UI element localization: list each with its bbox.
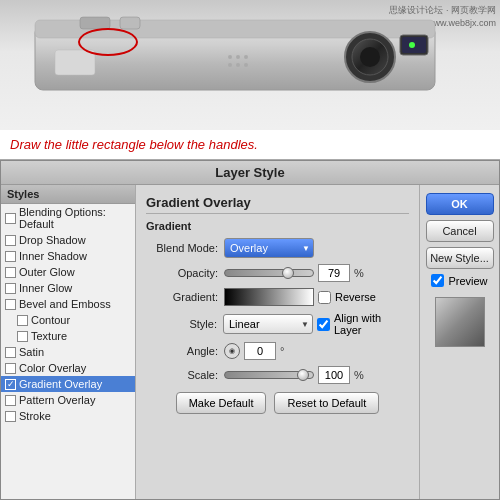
style-item-color-overlay[interactable]: Color Overlay [1,360,135,376]
main-settings-panel: Gradient Overlay Gradient Blend Mode: Ov… [136,185,419,499]
svg-point-9 [409,42,415,48]
align-layer-checkbox[interactable] [317,318,330,331]
blend-mode-dropdown[interactable]: Overlay [224,238,314,258]
gradient-preview[interactable] [224,288,314,306]
opacity-thumb[interactable] [282,267,294,279]
align-layer-label: Align with Layer [334,312,409,336]
style-checkbox-drop-shadow[interactable] [5,235,16,246]
opacity-slider[interactable] [224,269,314,277]
scale-unit: % [354,369,364,381]
instruction-text: Draw the little rectangle below the hand… [10,137,258,152]
svg-point-11 [228,55,232,59]
scale-slider[interactable] [224,371,314,379]
style-checkbox-gradient-overlay[interactable]: ✓ [5,379,16,390]
style-checkbox-blending[interactable] [5,213,16,224]
scale-label: Scale: [146,369,218,381]
preview-label: Preview [448,275,487,287]
make-default-button[interactable]: Make Default [176,392,267,414]
blend-mode-row: Blend Mode: Overlay [146,238,409,258]
angle-input[interactable] [244,342,276,360]
scale-input[interactable] [318,366,350,384]
style-checkbox-inner-glow[interactable] [5,283,16,294]
preview-row: Preview [431,274,487,287]
svg-point-13 [244,55,248,59]
style-item-stroke[interactable]: Stroke [1,408,135,424]
instruction-bar: Draw the little rectangle below the hand… [0,130,500,160]
svg-point-14 [228,63,232,67]
preview-checkbox[interactable] [431,274,444,287]
bottom-buttons: Make Default Reset to Default [146,392,409,414]
section-title: Gradient Overlay [146,195,409,214]
reverse-checkbox[interactable] [318,291,331,304]
style-dropdown-label: Style: [146,318,217,330]
gradient-control: Reverse [224,288,376,306]
action-buttons-panel: OK Cancel New Style... Preview [419,185,499,499]
angle-row: Angle: ◉ ° [146,342,409,360]
style-item-outer-glow[interactable]: Outer Glow [1,264,135,280]
opacity-control: % [224,264,364,282]
scale-row: Scale: % [146,366,409,384]
style-item-blending[interactable]: Blending Options: Default [1,204,135,232]
style-item-gradient-overlay[interactable]: ✓ Gradient Overlay [1,376,135,392]
style-item-inner-glow[interactable]: Inner Glow [1,280,135,296]
opacity-row: Opacity: % [146,264,409,282]
reset-default-button[interactable]: Reset to Default [274,392,379,414]
angle-label: Angle: [146,345,218,357]
scale-control: % [224,366,364,384]
opacity-input[interactable] [318,264,350,282]
opacity-unit: % [354,267,364,279]
style-checkbox-contour[interactable] [17,315,28,326]
camera-image-area: 思缘设计论坛 · 网页教学网 www.web8jx.com [0,0,500,130]
reverse-label: Reverse [335,291,376,303]
style-item-satin[interactable]: Satin [1,344,135,360]
style-row: Style: Linear Align with Layer [146,312,409,336]
style-checkbox-pattern-overlay[interactable] [5,395,16,406]
opacity-label: Opacity: [146,267,218,279]
sub-section-title: Gradient [146,220,409,232]
scale-thumb[interactable] [297,369,309,381]
styles-panel: Styles Blending Options: Default Drop Sh… [1,185,136,499]
svg-point-6 [360,47,380,67]
svg-point-12 [236,55,240,59]
camera-illustration [30,10,450,100]
style-checkbox-color-overlay[interactable] [5,363,16,374]
ok-button[interactable]: OK [426,193,494,215]
style-item-texture[interactable]: Texture [1,328,135,344]
style-checkbox-inner-shadow[interactable] [5,251,16,262]
angle-unit: ° [280,345,284,357]
style-checkbox-satin[interactable] [5,347,16,358]
style-checkbox-bevel-emboss[interactable] [5,299,16,310]
style-item-bevel-emboss[interactable]: Bevel and Emboss [1,296,135,312]
blend-mode-control: Overlay [224,238,314,258]
svg-point-16 [244,63,248,67]
gradient-row: Gradient: Reverse [146,288,409,306]
style-dropdown[interactable]: Linear [223,314,313,334]
new-style-button[interactable]: New Style... [426,247,494,269]
highlight-oval [78,28,138,56]
style-item-drop-shadow[interactable]: Drop Shadow [1,232,135,248]
styles-header: Styles [1,185,135,204]
svg-rect-3 [120,17,140,29]
style-item-contour[interactable]: Contour [1,312,135,328]
dialog-body: Styles Blending Options: Default Drop Sh… [1,185,499,499]
style-item-pattern-overlay[interactable]: Pattern Overlay [1,392,135,408]
style-checkbox-stroke[interactable] [5,411,16,422]
svg-point-15 [236,63,240,67]
blend-mode-label: Blend Mode: [146,242,218,254]
style-control: Linear Align with Layer [223,312,409,336]
preview-thumbnail [435,297,485,347]
angle-dial[interactable]: ◉ [224,343,240,359]
layer-style-dialog: Layer Style Styles Blending Options: Def… [0,160,500,500]
style-checkbox-outer-glow[interactable] [5,267,16,278]
gradient-label: Gradient: [146,291,218,303]
angle-control: ◉ ° [224,342,284,360]
cancel-button[interactable]: Cancel [426,220,494,242]
style-item-inner-shadow[interactable]: Inner Shadow [1,248,135,264]
style-checkbox-texture[interactable] [17,331,28,342]
svg-rect-10 [55,50,95,75]
dialog-title: Layer Style [1,161,499,185]
